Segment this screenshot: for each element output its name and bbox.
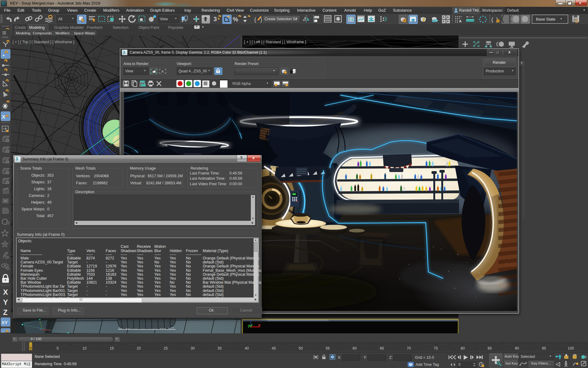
svg-text:y: y	[248, 323, 250, 328]
svg-text:X: X	[3, 288, 8, 296]
svg-text:+: +	[2, 53, 5, 58]
svg-text:A: A	[443, 20, 444, 23]
svg-text:A: A	[161, 70, 164, 73]
svg-text:X: X	[2, 331, 5, 332]
svg-text:40: 40	[245, 346, 249, 351]
svg-text:y: y	[40, 320, 41, 324]
svg-text:{}: {}	[575, 18, 578, 23]
svg-text:x: x	[49, 328, 50, 332]
svg-text:75: 75	[434, 346, 438, 351]
svg-text:Y: Y	[3, 298, 8, 306]
svg-text:65: 65	[380, 346, 384, 351]
svg-text:60: 60	[352, 346, 357, 351]
svg-text:30: 30	[190, 346, 195, 351]
svg-text:5: 5	[57, 346, 59, 351]
svg-text:{: {	[491, 16, 493, 23]
svg-text:A: A	[447, 20, 449, 23]
svg-text:+: +	[182, 20, 183, 23]
svg-text:35: 35	[217, 346, 222, 351]
svg-text:100: 100	[568, 346, 574, 351]
svg-text:+: +	[185, 19, 187, 22]
svg-text:15: 15	[110, 346, 114, 351]
svg-text:55: 55	[326, 346, 330, 351]
svg-text:%: %	[233, 16, 238, 23]
svg-text:70: 70	[407, 346, 411, 351]
svg-text:A: A	[447, 16, 449, 18]
svg-text:95: 95	[542, 346, 546, 351]
svg-text:85: 85	[488, 346, 492, 351]
svg-text:A: A	[459, 19, 462, 23]
svg-text:10: 10	[82, 346, 87, 351]
svg-text:45: 45	[272, 346, 276, 351]
svg-text:A: A	[443, 16, 444, 18]
svg-text:80: 80	[461, 346, 465, 351]
svg-text:25: 25	[164, 346, 168, 351]
svg-text:{: {	[254, 16, 256, 23]
svg-text:X: X	[2, 114, 6, 120]
svg-text:XY: XY	[2, 320, 8, 325]
svg-text:3: 3	[213, 16, 217, 22]
svg-text:50: 50	[299, 346, 303, 351]
svg-text:90: 90	[515, 346, 519, 351]
svg-text:x: x	[258, 323, 261, 327]
svg-text:0: 0	[30, 346, 32, 351]
svg-text:Z: Z	[3, 308, 8, 316]
svg-text:20: 20	[137, 346, 141, 351]
